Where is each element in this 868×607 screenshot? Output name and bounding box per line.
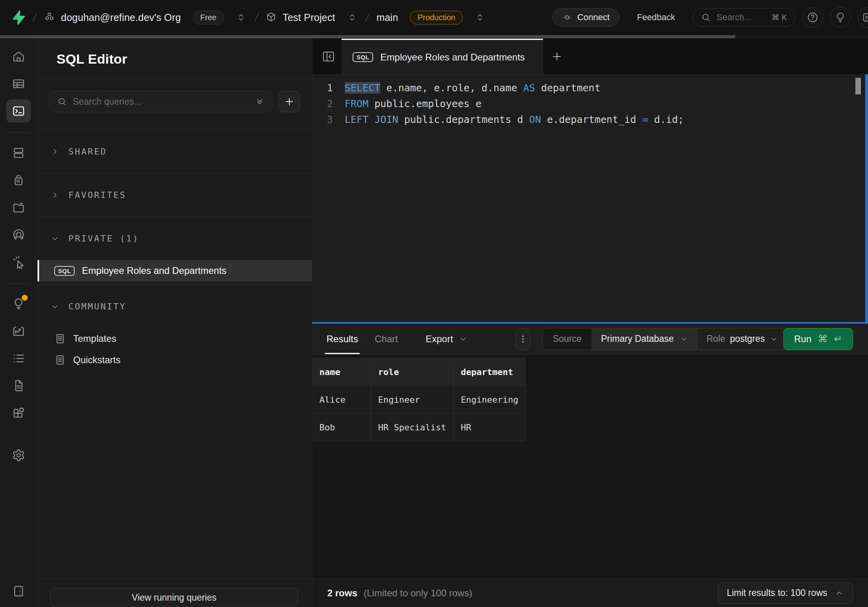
community-item-templates[interactable]: Templates: [38, 328, 312, 349]
nav-table-editor[interactable]: [6, 72, 31, 95]
enter-key-icon: ↵: [834, 333, 842, 345]
line-number: 2: [312, 96, 345, 112]
tab-chart[interactable]: Chart: [375, 324, 398, 354]
sql-code-editor[interactable]: 1SELECT e.name, e.role, d.name AS depart…: [312, 74, 868, 322]
assistant-button[interactable]: [858, 7, 868, 28]
tab-employee-roles[interactable]: SQL Employee Roles and Departments: [342, 39, 543, 74]
collapse-rail-button[interactable]: [6, 580, 31, 603]
role-selector[interactable]: Role postgres: [698, 328, 787, 350]
section-label: SHARED: [68, 147, 107, 156]
connect-button[interactable]: Connect: [552, 8, 619, 26]
nav-auth[interactable]: [6, 169, 31, 192]
nav-edge-functions[interactable]: [6, 223, 31, 246]
nav-api-docs[interactable]: [6, 374, 31, 397]
folder-icon: [12, 201, 25, 214]
nav-sql-editor[interactable]: [6, 100, 31, 123]
search-shortcut: ⌘ K: [772, 13, 787, 22]
new-tab-button[interactable]: [543, 39, 571, 74]
limit-label: Limit results to: 100 rows: [727, 588, 827, 598]
nav-storage[interactable]: [6, 196, 31, 219]
column-header[interactable]: name: [312, 358, 371, 386]
gear-icon: [12, 449, 25, 462]
horizontal-scrollbar[interactable]: [0, 35, 868, 39]
table-cell[interactable]: HR: [453, 414, 526, 441]
view-running-queries-button[interactable]: View running queries: [50, 588, 298, 607]
nav-realtime[interactable]: [6, 251, 31, 273]
chevron-right-icon: [50, 190, 60, 200]
org-switcher-icon[interactable]: [236, 12, 246, 23]
notifications-button[interactable]: [830, 7, 851, 28]
section-shared[interactable]: SHARED: [38, 130, 312, 173]
project-switcher-icon[interactable]: [347, 12, 357, 23]
help-button[interactable]: [802, 7, 823, 28]
assistant-terminal-icon: [862, 11, 868, 23]
results-toolbar: Results Chart Export Source Primary Data…: [312, 324, 868, 354]
branch-breadcrumb[interactable]: main Production: [376, 11, 487, 25]
table-header-row: nameroledepartment: [312, 358, 526, 386]
nav-settings[interactable]: [6, 444, 31, 467]
nav-database[interactable]: [6, 141, 31, 164]
column-header[interactable]: department: [453, 358, 526, 386]
results-table[interactable]: nameroledepartment AliceEngineerEngineer…: [312, 358, 526, 441]
supabase-logo-icon[interactable]: [10, 9, 26, 25]
global-search[interactable]: Search... ⌘ K: [693, 8, 795, 26]
run-query-button[interactable]: Run ⌘ ↵: [783, 328, 853, 350]
cursor-click-icon: [12, 255, 25, 269]
rail-divider: [6, 132, 31, 133]
database-selector[interactable]: Primary Database: [592, 328, 698, 350]
section-private[interactable]: PRIVATE (1): [38, 217, 312, 260]
app-header: / doguhan@refine.dev's Org Free / Test P…: [0, 0, 868, 35]
database-value: Primary Database: [601, 334, 674, 344]
cmd-key-icon: ⌘: [818, 333, 828, 345]
collapse-sidebar-button[interactable]: [315, 39, 342, 74]
plan-badge: Free: [193, 11, 224, 25]
table-cell[interactable]: Alice: [312, 386, 371, 414]
project-breadcrumb[interactable]: Test Project: [265, 11, 359, 23]
section-favorites[interactable]: FAVORITES: [38, 173, 312, 217]
new-query-button[interactable]: [279, 91, 300, 112]
table-row[interactable]: BobHR SpecialistHR: [312, 414, 526, 441]
row-limit-note: (Limited to only 100 rows): [364, 588, 472, 599]
horizontal-scrollbar-thumb[interactable]: [0, 35, 735, 38]
nav-logs[interactable]: [6, 347, 31, 370]
section-community[interactable]: COMMUNITY: [38, 285, 312, 328]
chevron-down-icon: [459, 334, 468, 344]
table-cell[interactable]: Bob: [312, 414, 371, 441]
chevron-down-icon: [50, 302, 60, 311]
editor-right-resize-indicator[interactable]: [865, 74, 868, 324]
query-search-box[interactable]: [49, 91, 272, 112]
editor-scrollbar-thumb[interactable]: [855, 78, 861, 94]
lock-icon: [12, 173, 25, 187]
nav-advisors[interactable]: [6, 292, 31, 315]
branch-switcher-icon[interactable]: [475, 12, 485, 23]
nav-home[interactable]: [6, 45, 31, 68]
panel-icon: [12, 584, 25, 598]
nav-integrations[interactable]: [6, 402, 31, 424]
query-list-item[interactable]: SQL Employee Roles and Departments: [38, 260, 312, 281]
community-item-quickstarts[interactable]: Quickstarts: [38, 349, 312, 371]
line-number: 1: [312, 80, 345, 96]
org-breadcrumb[interactable]: doguhan@refine.dev's Org Free: [43, 11, 247, 25]
table-row[interactable]: AliceEngineerEngineering: [312, 386, 526, 414]
table-cell[interactable]: HR Specialist: [371, 414, 453, 441]
chevron-down-icon: [770, 335, 778, 343]
environment-badge: Production: [410, 11, 463, 25]
double-chevron-down-icon[interactable]: [255, 96, 265, 107]
document-icon: [54, 333, 66, 345]
feedback-link[interactable]: Feedback: [637, 12, 675, 23]
tab-results[interactable]: Results: [326, 324, 358, 354]
export-menu[interactable]: Export: [426, 334, 468, 345]
limit-results-button[interactable]: Limit results to: 100 rows: [718, 582, 853, 604]
table-cell[interactable]: Engineer: [371, 386, 453, 414]
column-header[interactable]: role: [371, 358, 453, 386]
row-count: 2 rows: [327, 588, 357, 599]
query-search-input[interactable]: [73, 96, 249, 107]
search-icon: [57, 96, 67, 107]
more-options-button[interactable]: [515, 328, 530, 350]
org-cubes-icon: [43, 11, 55, 23]
database-icon: [12, 146, 25, 160]
source-label: Source: [543, 328, 593, 350]
nav-reports[interactable]: [6, 320, 31, 343]
home-icon: [12, 50, 25, 63]
table-cell[interactable]: Engineering: [453, 386, 526, 414]
